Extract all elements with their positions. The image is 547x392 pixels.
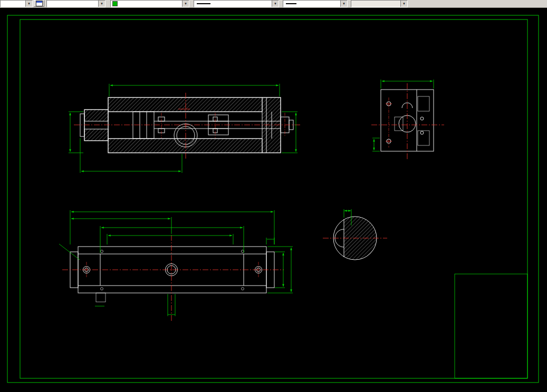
lineweight-combo[interactable]: ▼ [283, 0, 348, 7]
dim-end-left [372, 138, 380, 151]
drawing-canvas[interactable] [0, 7, 547, 392]
chevron-down-icon[interactable]: ▼ [182, 1, 189, 7]
section-view [69, 84, 301, 173]
color-combo[interactable]: ▼ [110, 0, 189, 7]
end-view [371, 80, 444, 159]
title-block [455, 274, 527, 378]
object-properties-toolbar: ▼ ▼ ▼ ▼ ▼ ▼ [0, 0, 547, 8]
lineweight-sample-icon [286, 3, 296, 4]
style-dialog-button[interactable] [34, 0, 44, 7]
plan-view [59, 210, 293, 322]
dim-plan-inner2 [107, 234, 233, 244]
dim-plan-left [71, 217, 171, 234]
linetype-sample-icon [197, 3, 210, 4]
status-bar [0, 386, 547, 392]
chevron-down-icon[interactable]: ▼ [272, 1, 279, 7]
chevron-down-icon[interactable]: ▼ [340, 1, 347, 7]
chevron-down-icon[interactable]: ▼ [25, 1, 32, 7]
drawing-frame [7, 15, 539, 383]
layer-combo[interactable]: ▼ [0, 0, 33, 7]
title-block-border [455, 274, 527, 378]
end-centerlines [371, 83, 444, 159]
dim-plan-inner [100, 226, 244, 253]
plan-centerlines [62, 235, 284, 322]
dim-section-right [282, 112, 298, 153]
dim-section-top [109, 84, 280, 96]
dim-plan-tab [266, 238, 274, 244]
chevron-down-icon[interactable]: ▼ [98, 1, 105, 7]
style-dialog-icon [36, 1, 43, 6]
chevron-down-icon: ▼ [400, 1, 407, 7]
plotstyle-combo: ▼ [351, 0, 408, 7]
detail-view [323, 209, 387, 260]
color-swatch-icon [112, 1, 118, 6]
text-style-combo[interactable]: ▼ [46, 0, 105, 7]
linetype-combo[interactable]: ▼ [194, 0, 279, 7]
dim-section-left [69, 112, 83, 153]
